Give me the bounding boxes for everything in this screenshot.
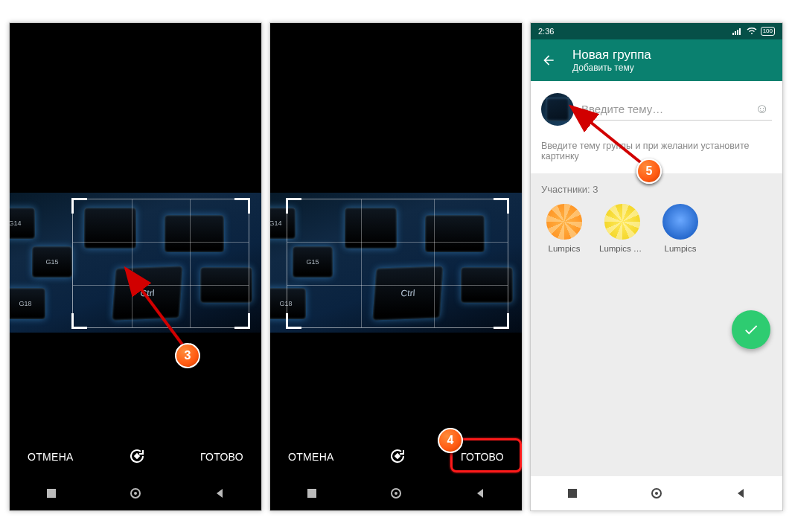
svg-rect-9	[732, 33, 734, 35]
android-nav-bar	[270, 476, 522, 510]
svg-rect-0	[134, 452, 140, 458]
participant-avatar	[604, 204, 640, 240]
svg-rect-15	[568, 489, 577, 498]
svg-line-14	[571, 106, 647, 167]
svg-rect-6	[307, 489, 316, 498]
svg-point-13	[751, 33, 753, 34]
svg-line-4	[126, 269, 187, 350]
key-g18: G18	[270, 288, 306, 319]
nav-home-icon[interactable]	[130, 487, 141, 499]
header-title: Новая группа	[572, 48, 651, 63]
rotate-icon[interactable]	[128, 447, 146, 467]
svg-rect-1	[47, 489, 56, 498]
participant-name: Lumpics	[665, 244, 697, 253]
nav-home-icon[interactable]	[390, 487, 402, 499]
svg-rect-10	[735, 31, 736, 35]
participant-avatar	[546, 204, 582, 240]
key-blank	[345, 208, 397, 249]
app-header: Новая группа Добавить тему	[531, 39, 782, 81]
participants-section: Участники: 3 Lumpics Lumpics Te… Lumpics	[531, 173, 782, 253]
confirm-fab[interactable]	[732, 310, 770, 349]
phone-crop-1: G14 G15 G18 Ctrl ОТМЕНА ГОТОВО	[9, 22, 262, 511]
phone-crop-2: G14 G15 G18 Ctrl ОТМЕНА ГОТОВО 4	[269, 22, 523, 511]
nav-back-icon[interactable]	[214, 487, 226, 499]
participant-item[interactable]: Lumpics Te…	[599, 204, 645, 253]
key-ctrl: Ctrl	[372, 266, 443, 320]
svg-point-8	[395, 492, 397, 495]
svg-point-3	[134, 492, 137, 495]
key-g14: G14	[10, 208, 35, 239]
step-marker-3: 3	[175, 343, 200, 368]
key-g15: G15	[293, 246, 333, 278]
wifi-icon	[747, 28, 757, 35]
participant-name: Lumpics Te…	[599, 244, 645, 253]
status-time: 2:36	[538, 27, 554, 36]
nav-recent-icon[interactable]	[566, 487, 578, 499]
key-blank	[165, 215, 224, 252]
status-bar: 2:36 100	[531, 23, 782, 39]
android-nav-bar	[531, 476, 782, 510]
nav-recent-icon[interactable]	[45, 487, 57, 499]
key-g14: G14	[270, 208, 296, 239]
cancel-button[interactable]: ОТМЕНА	[288, 451, 334, 463]
key-blank	[461, 267, 513, 303]
nav-back-icon[interactable]	[735, 487, 747, 499]
key-blank	[84, 208, 136, 249]
signal-icon	[732, 28, 743, 35]
svg-rect-11	[737, 30, 738, 35]
participant-name: Lumpics	[549, 244, 581, 253]
key-g18: G18	[10, 288, 45, 319]
done-button[interactable]: ГОТОВО	[200, 451, 243, 463]
participant-item[interactable]: Lumpics	[541, 204, 587, 253]
crop-bottom-bar: ОТМЕНА ГОТОВО	[10, 439, 261, 475]
svg-rect-5	[395, 452, 400, 458]
participant-item[interactable]: Lumpics	[657, 204, 703, 253]
key-blank	[425, 215, 485, 252]
phone-whatsapp-new-group: 2:36 100 Новая группа Добавить тему ☺ Вв…	[530, 22, 783, 511]
image-crop-preview[interactable]: G14 G15 G18 Ctrl	[270, 193, 522, 333]
emoji-icon[interactable]: ☺	[753, 101, 772, 117]
nav-recent-icon[interactable]	[306, 487, 318, 499]
nav-home-icon[interactable]	[651, 487, 662, 499]
participant-avatar	[662, 204, 698, 240]
back-arrow-icon[interactable]	[541, 53, 556, 68]
rotate-icon[interactable]	[389, 447, 406, 467]
key-g15: G15	[32, 246, 72, 278]
battery-icon: 100	[761, 27, 775, 36]
svg-point-17	[655, 492, 658, 495]
svg-rect-12	[739, 28, 741, 35]
cancel-button[interactable]: ОТМЕНА	[28, 451, 74, 463]
android-nav-bar	[10, 476, 261, 510]
header-subtitle: Добавить тему	[572, 63, 651, 73]
participants-count: Участники: 3	[541, 184, 772, 195]
step-marker-4: 4	[438, 428, 463, 453]
nav-back-icon[interactable]	[474, 487, 486, 499]
step-marker-5: 5	[636, 158, 662, 184]
annotation-arrow	[121, 261, 211, 358]
